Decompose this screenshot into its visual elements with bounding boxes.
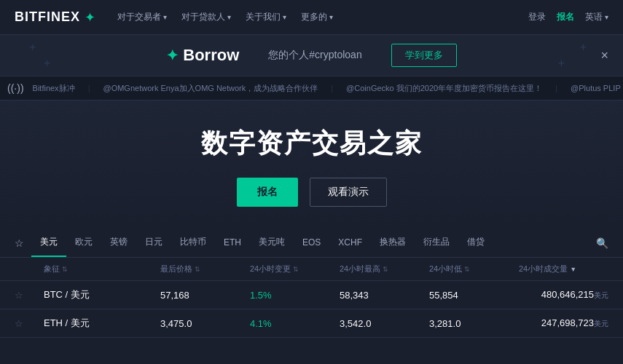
sort-icon-active: ▼ (570, 266, 576, 273)
logo-text: BITFINEX (15, 9, 80, 25)
sort-icon: ⇅ (293, 266, 299, 273)
learn-more-button[interactable]: 学到更多 (391, 44, 457, 67)
nav-items: 对于交易者 ▾ 对于贷款人 ▾ 关于我们 ▾ 更多的 ▾ (117, 11, 528, 23)
high-value: 3,542.0 (340, 318, 429, 329)
sort-icon: ⇅ (62, 266, 68, 273)
tab-eos[interactable]: EOS (294, 230, 329, 256)
banner-subtitle: 您的个人#cryptoloan (268, 49, 361, 62)
ticker-item: @OMGnetwork Enya加入OMG Network，成为战略合作伙伴 (103, 83, 318, 94)
sort-icon: ⇅ (195, 266, 200, 273)
header: BITFINEX ✦ 对于交易者 ▾ 对于贷款人 ▾ 关于我们 ▾ 更多的 ▾ … (0, 0, 623, 35)
nav-about[interactable]: 关于我们 ▾ (246, 11, 286, 23)
sort-icon: ⇅ (383, 266, 388, 273)
ticker-item: Bitfinex脉冲 (33, 83, 75, 94)
tab-usd[interactable]: 美元 (31, 229, 66, 257)
borrow-label: ✦ Borrow (166, 46, 239, 65)
change-value: 1.5% (250, 290, 340, 301)
low-value: 55,854 (429, 290, 519, 301)
nav-lenders[interactable]: 对于贷款人 ▾ (181, 11, 231, 23)
chevron-down-icon: ▾ (163, 13, 167, 21)
sort-icon: ⇅ (464, 266, 470, 273)
tab-jpy[interactable]: 日元 (136, 229, 171, 257)
table-row[interactable]: ☆ BTC / 美元 57,168 1.5% 58,343 55,854 480… (0, 281, 623, 309)
tab-eur[interactable]: 欧元 (66, 229, 101, 257)
ticker-item: @Plutus PLIP | Pluton流动 (571, 83, 623, 94)
table-header: 象征 ⇅ 最后价格 ⇅ 24小时变更 ⇅ 24小时最高 ⇅ 24小时低 ⇅ 24… (0, 258, 623, 281)
plus-icon: + (29, 41, 36, 54)
col-high-header[interactable]: 24小时最高 ⇅ (340, 264, 429, 274)
col-symbol-header[interactable]: 象征 ⇅ (44, 264, 160, 274)
tab-usd-ton[interactable]: 美元吨 (250, 229, 294, 257)
search-icon[interactable]: 🔍 (596, 237, 608, 249)
ticker-item: @CoinGecko 我们的2020年年度加密货币报告在这里！ (346, 83, 542, 94)
nav-more[interactable]: 更多的 ▾ (301, 11, 333, 23)
chevron-down-icon: ▾ (605, 13, 608, 21)
star-icon[interactable]: ☆ (15, 318, 44, 329)
low-value: 3,281.0 (429, 318, 519, 329)
hero-title: 数字资产交易之家 (15, 126, 608, 162)
tab-gbp[interactable]: 英镑 (101, 229, 136, 257)
high-value: 58,343 (340, 290, 429, 301)
borrow-icon: ✦ (166, 47, 179, 64)
hero-section: 数字资产交易之家 报名 观看演示 (0, 100, 623, 229)
signup-button[interactable]: 报名 (237, 178, 298, 207)
chevron-down-icon: ▾ (227, 13, 231, 21)
tab-exchange[interactable]: 换热器 (371, 229, 415, 257)
pair-label: BTC / 美元 (44, 288, 160, 301)
header-right: 登录 报名 英语 ▾ (528, 11, 608, 23)
volume-value: 480,646,215美元 (519, 289, 608, 301)
tab-btc[interactable]: 比特币 (171, 229, 215, 257)
register-button[interactable]: 报名 (557, 11, 574, 23)
logo-icon: ✦ (85, 9, 95, 25)
demo-button[interactable]: 观看演示 (310, 178, 387, 207)
close-icon[interactable]: × (600, 48, 608, 63)
volume-value: 247,698,723美元 (519, 317, 608, 329)
login-button[interactable]: 登录 (528, 11, 546, 23)
logo: BITFINEX ✦ (15, 9, 95, 25)
market-section: ☆ 美元 欧元 英镑 日元 比特币 ETH 美元吨 EOS XCHF 换热器 衍… (0, 229, 623, 338)
chevron-down-icon: ▾ (329, 13, 333, 21)
pair-label: ETH / 美元 (44, 317, 160, 330)
plus-icon: + (558, 57, 565, 70)
col-low-header[interactable]: 24小时低 ⇅ (429, 264, 519, 274)
market-tabs: ☆ 美元 欧元 英镑 日元 比特币 ETH 美元吨 EOS XCHF 换热器 衍… (0, 229, 623, 258)
ticker: ((·)) Bitfinex脉冲 | @OMGnetwork Enya加入OMG… (0, 76, 623, 100)
tab-lending[interactable]: 借贷 (458, 229, 493, 257)
nav-traders[interactable]: 对于交易者 ▾ (117, 11, 167, 23)
tab-xchf[interactable]: XCHF (329, 230, 371, 256)
col-change-header[interactable]: 24小时变更 ⇅ (250, 264, 340, 274)
tab-eth[interactable]: ETH (215, 230, 250, 256)
banner: + + + + ✦ Borrow 您的个人#cryptoloan 学到更多 × (0, 35, 623, 76)
hero-buttons: 报名 观看演示 (15, 178, 608, 207)
plus-icon: + (580, 41, 587, 54)
chevron-down-icon: ▾ (283, 13, 286, 21)
plus-icon: + (44, 57, 50, 70)
col-price-header[interactable]: 最后价格 ⇅ (160, 264, 250, 274)
star-icon[interactable]: ☆ (15, 290, 44, 301)
borrow-title: Borrow (183, 46, 239, 65)
price-value: 57,168 (160, 290, 250, 301)
star-icon[interactable]: ☆ (15, 237, 24, 249)
language-selector[interactable]: 英语 ▾ (585, 11, 608, 23)
change-value: 4.1% (250, 318, 340, 329)
table-row[interactable]: ☆ ETH / 美元 3,475.0 4.1% 3,542.0 3,281.0 … (0, 309, 623, 338)
tab-derivatives[interactable]: 衍生品 (415, 229, 458, 257)
ticker-wave-icon: ((·)) (7, 82, 24, 94)
col-volume-header[interactable]: 24小时成交量 ▼ (519, 264, 608, 274)
price-value: 3,475.0 (160, 318, 250, 329)
